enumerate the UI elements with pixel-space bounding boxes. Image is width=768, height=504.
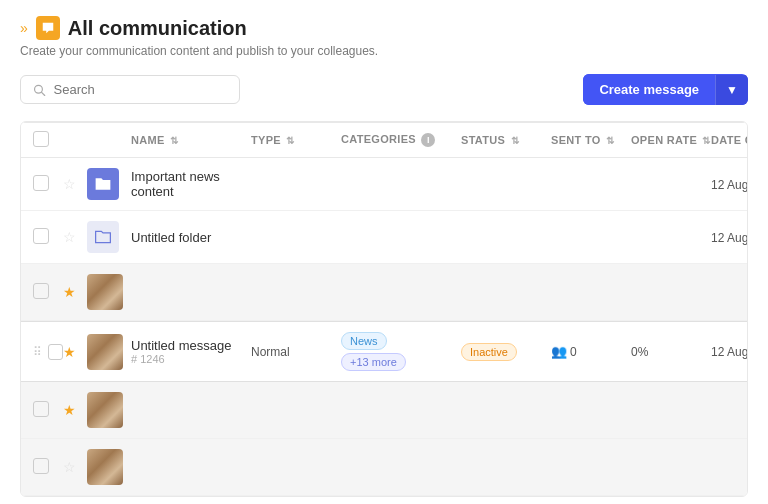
sentto-sort-icon: ⇅	[606, 135, 614, 146]
badge-inactive: Inactive	[461, 343, 517, 361]
row3-star[interactable]: ★	[63, 284, 87, 300]
row1-check[interactable]	[33, 175, 63, 194]
toolbar: Create message ▼	[20, 74, 748, 105]
table-header-row: NAME ⇅ TYPE ⇅ CATEGORIES i STATUS ⇅ SENT…	[21, 122, 747, 158]
search-input[interactable]	[54, 82, 227, 97]
page-title: All communication	[68, 17, 247, 40]
create-message-label: Create message	[583, 74, 715, 105]
star-icon[interactable]: ☆	[63, 229, 76, 245]
row2-star[interactable]: ☆	[63, 229, 87, 245]
row4-thumbnail	[87, 334, 123, 370]
search-box[interactable]	[20, 75, 240, 104]
row3-check[interactable]	[33, 283, 63, 302]
row3-thumb	[87, 274, 131, 310]
page-header: » All communication	[20, 16, 748, 40]
badge-more: +13 more	[341, 353, 406, 371]
table-row: ★	[21, 264, 747, 321]
star-icon[interactable]: ★	[63, 284, 76, 300]
create-message-button[interactable]: Create message ▼	[583, 74, 748, 105]
table-row: ★	[21, 382, 747, 439]
header-type[interactable]: TYPE ⇅	[251, 134, 341, 146]
create-message-dropdown-arrow[interactable]: ▼	[715, 75, 748, 105]
row4-categories: News +13 more	[341, 332, 461, 371]
row2-name: Untitled folder	[131, 230, 211, 245]
row1-checkbox[interactable]	[33, 175, 49, 191]
star-icon[interactable]: ★	[63, 344, 76, 360]
status-sort-icon: ⇅	[511, 135, 519, 146]
folder-icon-light	[87, 221, 119, 253]
categories-info-icon: i	[421, 133, 435, 147]
row2-checkbox[interactable]	[33, 228, 49, 244]
row4-name: Untitled message	[131, 338, 251, 353]
row4-subname: # 1246	[131, 353, 251, 365]
row3-checkbox[interactable]	[33, 283, 49, 299]
table-row: ☆ Important news content 12 Aug 2020	[21, 158, 747, 211]
badge-news: News	[341, 332, 387, 350]
row2-date: 12 Aug 2020	[711, 230, 748, 245]
table-row: ⠿ ★ Untitled message # 1246 Normal News …	[21, 321, 747, 382]
star-icon[interactable]: ★	[63, 402, 76, 418]
header-categories[interactable]: CATEGORIES i	[341, 133, 461, 147]
row2-name-cell: Untitled folder	[131, 230, 251, 245]
row3-thumbnail	[87, 274, 123, 310]
row6-star[interactable]: ☆	[63, 459, 87, 475]
communications-table: NAME ⇅ TYPE ⇅ CATEGORIES i STATUS ⇅ SENT…	[20, 121, 748, 497]
row4-star[interactable]: ★	[63, 344, 87, 360]
row5-check[interactable]	[33, 401, 63, 420]
row4-checkbox[interactable]	[48, 344, 63, 360]
row5-star[interactable]: ★	[63, 402, 87, 418]
type-sort-icon: ⇅	[286, 135, 294, 146]
row2-check[interactable]	[33, 228, 63, 247]
row6-thumb	[87, 449, 131, 485]
svg-line-1	[42, 92, 45, 95]
row4-openrate: 0%	[631, 344, 711, 359]
header-sentto[interactable]: SENT TO ⇅	[551, 134, 631, 146]
table-row: ☆	[21, 439, 747, 496]
row1-star[interactable]: ☆	[63, 176, 87, 192]
header-datecreated[interactable]: DATE CREATED ⇅	[711, 134, 748, 146]
page-subtitle: Create your communication content and pu…	[20, 44, 748, 58]
people-icon: 👥	[551, 344, 567, 359]
drag-handle-icon[interactable]: ⠿	[33, 345, 42, 359]
table-row: ☆ Untitled folder 12 Aug 2020 ⋮	[21, 211, 747, 264]
row5-checkbox[interactable]	[33, 401, 49, 417]
row1-name-cell: Important news content	[131, 169, 251, 199]
select-all-checkbox[interactable]	[33, 131, 49, 147]
star-icon[interactable]: ☆	[63, 459, 76, 475]
header-status[interactable]: STATUS ⇅	[461, 134, 551, 146]
chat-icon	[36, 16, 60, 40]
row1-date: 12 Aug 2020	[711, 177, 748, 192]
row5-thumbnail	[87, 392, 123, 428]
star-icon[interactable]: ☆	[63, 176, 76, 192]
page-wrapper: » All communication Create your communic…	[0, 0, 768, 497]
row5-thumb	[87, 392, 131, 428]
row2-thumb	[87, 221, 131, 253]
row6-check[interactable]	[33, 458, 63, 477]
name-sort-icon: ⇅	[170, 135, 178, 146]
row4-name-cell: Untitled message # 1246	[131, 338, 251, 365]
row1-name: Important news content	[131, 169, 220, 199]
row6-thumbnail	[87, 449, 123, 485]
chevrons-icon: »	[20, 20, 28, 36]
row4-sentto: 👥 0	[551, 344, 631, 359]
row6-checkbox[interactable]	[33, 458, 49, 474]
header-check[interactable]	[33, 131, 63, 149]
search-icon	[33, 83, 46, 97]
folder-icon-dark	[87, 168, 119, 200]
row4-date: 12 Aug 2020	[711, 344, 748, 359]
openrate-sort-icon: ⇅	[702, 135, 710, 146]
row4-status: Inactive	[461, 343, 551, 361]
sent-to-value: 👥 0	[551, 344, 631, 359]
create-message-button-group: Create message ▼	[583, 74, 748, 105]
row4-check[interactable]: ⠿	[33, 344, 63, 360]
row1-thumb	[87, 168, 131, 200]
header-openrate[interactable]: OPEN RATE ⇅	[631, 134, 711, 146]
row4-thumb	[87, 334, 131, 370]
row4-type: Normal	[251, 344, 341, 359]
header-name[interactable]: NAME ⇅	[131, 134, 251, 146]
